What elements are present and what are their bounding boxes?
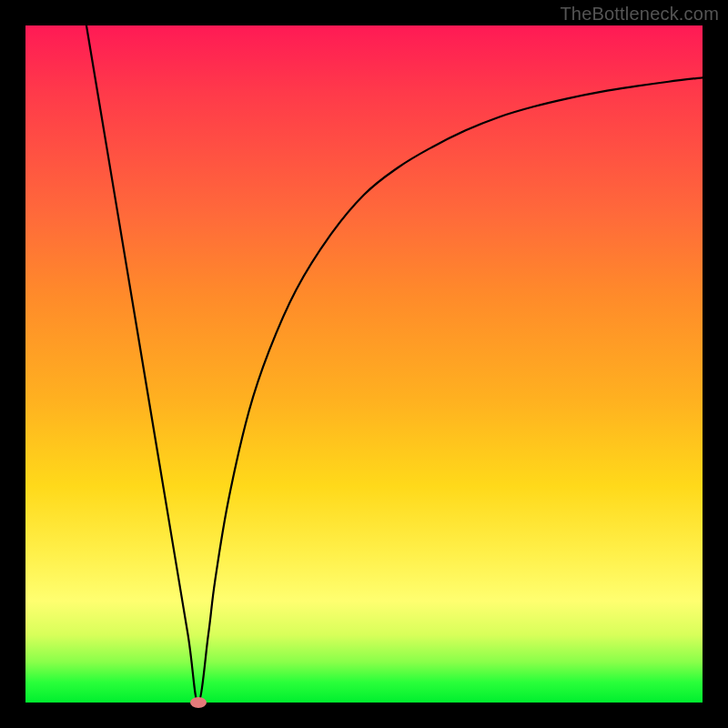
watermark-text: TheBottleneck.com: [560, 4, 719, 25]
optimum-marker: [190, 697, 207, 708]
bottleneck-curve: [25, 25, 703, 703]
chart-frame: TheBottleneck.com: [0, 0, 728, 728]
plot-area: [25, 25, 703, 703]
